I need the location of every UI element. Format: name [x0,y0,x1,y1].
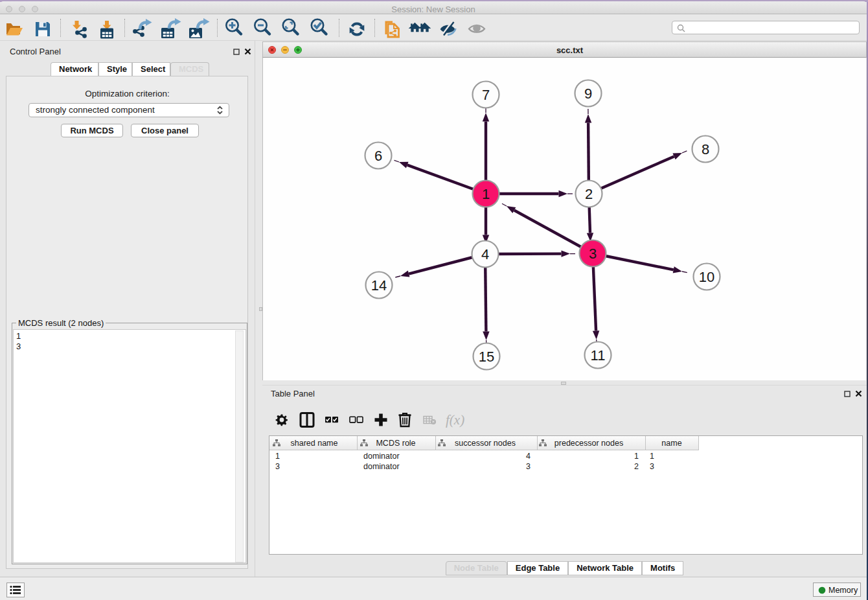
svg-text:1: 1 [482,186,490,202]
svg-text:4: 4 [481,246,489,262]
svg-text:15: 15 [479,349,494,365]
svg-text:14: 14 [371,277,387,294]
svg-text:2: 2 [585,186,593,202]
svg-text:9: 9 [584,86,592,102]
svg-text:f(x): f(x) [446,412,464,428]
svg-text:11: 11 [591,347,606,363]
svg-text:8: 8 [702,141,709,157]
svg-text:7: 7 [482,87,490,103]
svg-text:10: 10 [699,269,714,285]
svg-text:3: 3 [589,246,597,262]
svg-text:6: 6 [374,148,382,164]
